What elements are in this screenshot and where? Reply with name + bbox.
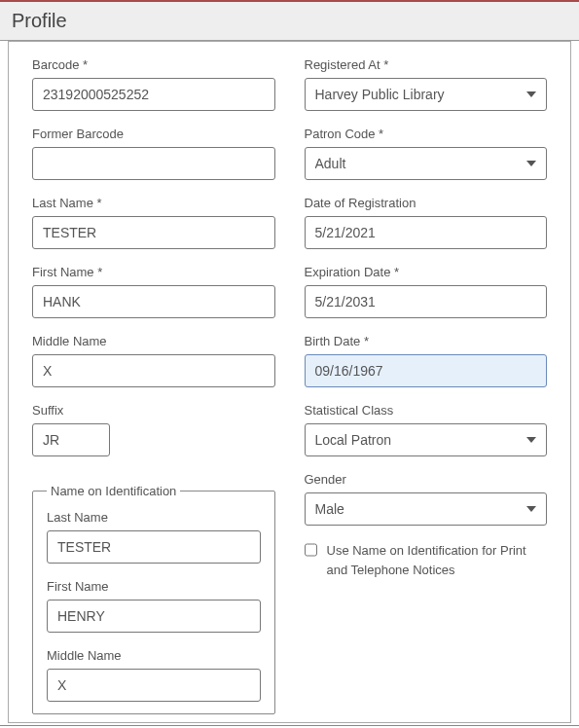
id-last-name-input[interactable] [47,530,261,564]
expiration-date-input[interactable] [305,285,548,318]
date-of-registration-field: Date of Registration [305,196,548,249]
birth-date-field: Birth Date * [305,334,548,387]
barcode-label: Barcode * [32,57,275,72]
name-on-identification-group: Name on Identification Last Name First N… [32,484,275,714]
expiration-date-label: Expiration Date * [305,265,548,279]
statistical-class-label: Statistical Class [305,403,548,418]
registered-at-field: Registered At * Harvey Public Library [305,57,548,111]
statistical-class-field: Statistical Class Local Patron [305,403,548,456]
suffix-input[interactable] [32,423,110,456]
gender-field: Gender Male [305,472,548,526]
date-of-registration-input[interactable] [305,216,548,249]
suffix-field: Suffix [32,403,275,456]
suffix-label: Suffix [32,403,275,418]
form-columns: Barcode * Former Barcode Last Name * Fir… [9,42,570,722]
first-name-field: First Name * [32,265,275,318]
barcode-field: Barcode * [32,57,275,111]
profile-panel: Barcode * Former Barcode Last Name * Fir… [8,41,571,723]
id-middle-name-label: Middle Name [47,648,261,663]
former-barcode-label: Former Barcode [32,127,275,141]
last-name-input[interactable] [32,216,275,249]
panel-header: Profile [0,2,579,41]
statistical-class-select[interactable]: Local Patron [305,423,548,456]
date-of-registration-label: Date of Registration [305,196,548,210]
middle-name-label: Middle Name [32,334,275,348]
patron-code-select[interactable]: Adult [305,147,548,180]
use-name-on-id-label: Use Name on Identification for Print and… [327,541,548,579]
id-last-name-label: Last Name [47,510,261,525]
gender-select[interactable]: Male [305,492,548,526]
right-column: Registered At * Harvey Public Library Pa… [305,57,548,714]
id-first-name-field: First Name [47,579,261,633]
id-last-name-field: Last Name [47,510,261,564]
last-name-label: Last Name * [32,196,275,210]
middle-name-input[interactable] [32,354,275,387]
page-title: Profile [12,10,67,31]
patron-code-field: Patron Code * Adult [305,127,548,180]
gender-label: Gender [305,472,548,487]
first-name-label: First Name * [32,265,275,279]
profile-window: Profile Barcode * Former Barcode Last Na… [0,0,579,726]
birth-date-label: Birth Date * [305,334,548,348]
expiration-date-field: Expiration Date * [305,265,548,318]
use-name-on-id-row: Use Name on Identification for Print and… [305,541,548,579]
registered-at-label: Registered At * [305,57,548,72]
id-first-name-input[interactable] [47,600,261,633]
birth-date-input[interactable] [305,354,548,387]
last-name-field: Last Name * [32,196,275,249]
former-barcode-field: Former Barcode [32,127,275,180]
barcode-input[interactable] [32,78,275,111]
former-barcode-input[interactable] [32,147,275,180]
use-name-on-id-checkbox[interactable] [305,543,317,557]
id-middle-name-input[interactable] [47,669,261,702]
first-name-input[interactable] [32,285,275,318]
patron-code-label: Patron Code * [305,127,548,141]
id-first-name-label: First Name [47,579,261,594]
id-middle-name-field: Middle Name [47,648,261,702]
name-on-identification-legend: Name on Identification [47,484,180,498]
middle-name-field: Middle Name [32,334,275,387]
left-column: Barcode * Former Barcode Last Name * Fir… [32,57,275,714]
registered-at-select[interactable]: Harvey Public Library [305,78,548,111]
